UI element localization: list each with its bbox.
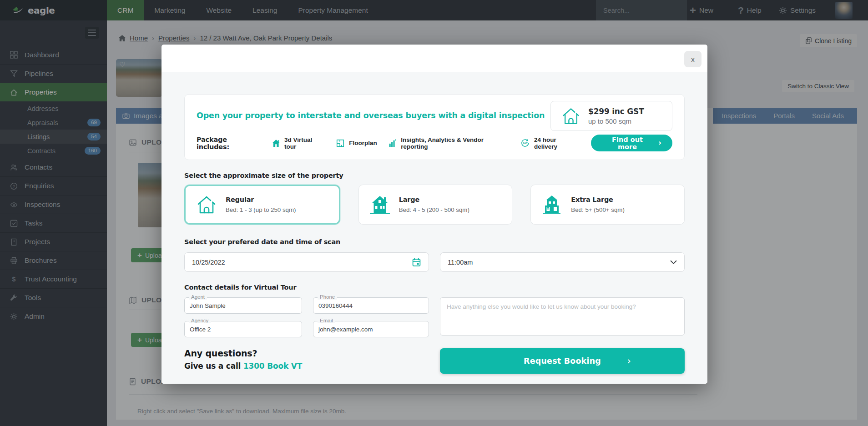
modal-header: x (161, 45, 707, 72)
modal-close-button[interactable]: x (684, 51, 701, 67)
size-option-large[interactable]: Large Bed: 4 - 5 (200 - 500 sqm) (358, 185, 513, 225)
price-box: $299 inc GST up to 500 sqm (550, 101, 672, 131)
24-7-clock-icon: 24/7 (520, 138, 530, 148)
virtual-tour-booking-modal: x Open your property to interstate and o… (161, 45, 707, 384)
call-line: Give us a call 1300 Book VT (184, 361, 302, 371)
date-value: 10/25/2022 (192, 259, 225, 266)
package-includes-row: Package includes: 3d Virtual tour Floorp… (197, 135, 672, 151)
phone-link[interactable]: 1300 Book VT (243, 361, 302, 371)
package-size-limit: up to 500 sqm (588, 117, 644, 125)
feature-floorplan: Floorplan (336, 139, 377, 148)
house-outline-icon (196, 194, 217, 216)
size-option-extra-large[interactable]: Extra Large Bed: 5+ (500+ sqm) (530, 185, 685, 225)
date-input[interactable]: 10/25/2022 (184, 252, 429, 272)
booking-notes-textarea[interactable] (440, 297, 685, 336)
time-select[interactable]: 11:00am (440, 252, 685, 272)
size-options: Regular Bed: 1 - 3 (up to 250 sqm) Large… (184, 185, 685, 225)
agent-field[interactable]: Agent (184, 297, 302, 314)
floorplan-icon (336, 139, 345, 148)
chevron-right-icon: › (658, 139, 661, 147)
package-banner: Open your property to interstate and ove… (184, 94, 685, 160)
house-outline-icon (561, 106, 581, 126)
time-value: 11:00am (448, 259, 473, 266)
contact-section-heading: Contact details for Virtual Tour (184, 284, 685, 291)
phone-field[interactable]: Phone (313, 297, 429, 314)
schedule-section-heading: Select your prefered date and time of sc… (184, 238, 685, 246)
feature-3d-virtual-tour: 3d Virtual tour (272, 136, 325, 150)
bar-chart-icon (388, 139, 397, 148)
house-filled-icon (272, 139, 281, 148)
questions-heading: Any questions? (184, 348, 302, 358)
agency-field[interactable]: Agency (184, 321, 302, 337)
feature-24-hour-delivery: 24/7 24 hour delivery (520, 136, 580, 150)
package-price: $299 inc GST (588, 107, 644, 116)
size-section-heading: Select the approximate size of the prope… (184, 172, 685, 179)
banner-headline: Open your property to interstate and ove… (197, 111, 565, 120)
find-out-more-button[interactable]: Find out more › (591, 135, 672, 151)
package-includes-label: Package includes: (197, 136, 261, 150)
modal-body: Open your property to interstate and ove… (161, 72, 707, 384)
app-root: eagle CRM Marketing Website Leasing Prop… (0, 0, 868, 426)
mansion-filled-icon (541, 194, 563, 216)
size-option-regular[interactable]: Regular Bed: 1 - 3 (up to 250 sqm) (184, 185, 340, 225)
svg-text:24/7: 24/7 (523, 142, 528, 145)
chevron-right-icon: › (627, 356, 631, 366)
calendar-icon[interactable] (412, 257, 421, 267)
house-filled-icon (369, 194, 391, 216)
feature-insights-analytics: Insights, Analytics & Vendor reporting (388, 136, 510, 150)
email-field[interactable]: Email (313, 321, 429, 337)
chevron-down-icon (670, 260, 677, 264)
request-booking-button[interactable]: Request Booking › (440, 348, 685, 374)
